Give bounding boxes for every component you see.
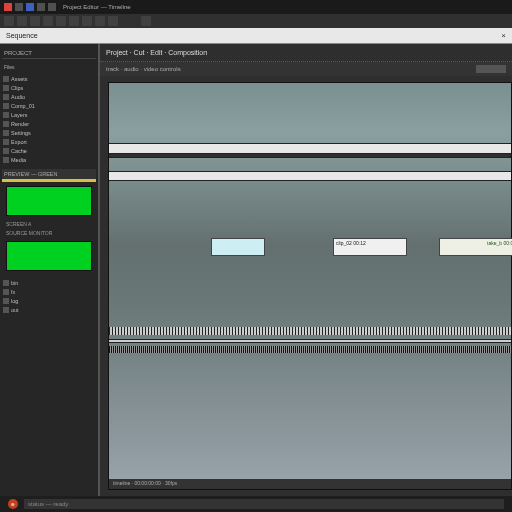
titlebar: Project Editor — Timeline	[0, 0, 512, 14]
timeline-status: timeline · 00:00:00:00 · 30fps	[109, 479, 511, 489]
timeline-clip[interactable]: take_b 00:08	[439, 238, 512, 256]
waveform-track[interactable]	[109, 346, 511, 353]
preview-label: SOURCE MONITOR	[2, 229, 96, 237]
folder-icon	[3, 157, 9, 163]
close-icon[interactable]: ×	[501, 31, 506, 40]
menu-item[interactable]	[95, 16, 105, 26]
folder-icon	[3, 112, 9, 118]
preview-thumbnail[interactable]	[6, 186, 92, 216]
sidebar-item-label: Settings	[11, 130, 31, 136]
clip-label: take_b 00:08	[487, 240, 512, 254]
sidebar-item-label: Clips	[11, 85, 23, 91]
folder-icon	[3, 130, 9, 136]
menu-item[interactable]	[82, 16, 92, 26]
folder-icon	[3, 103, 9, 109]
timeline-clip[interactable]	[211, 238, 265, 256]
menu-item[interactable]	[56, 16, 66, 26]
sidebar-item[interactable]: fx	[2, 288, 96, 296]
sidebar-item[interactable]: Cache	[2, 147, 96, 155]
clip-label: clip_02 00:12	[336, 240, 366, 254]
sidebar-item[interactable]: out	[2, 306, 96, 314]
menu-item[interactable]	[141, 16, 151, 26]
sidebar-item-label: Layers	[11, 112, 28, 118]
preview-panel-header: PREVIEW — GREEN	[2, 169, 96, 182]
sidebar-item-label: Comp_01	[11, 103, 35, 109]
status-field: status — ready	[24, 499, 504, 509]
sidebar-subheader: Files	[2, 62, 96, 72]
sidebar: PROJECT Files Assets Clips Audio Comp_01…	[0, 44, 100, 496]
titlebar-icon	[37, 3, 45, 11]
titlebar-icon	[15, 3, 23, 11]
sidebar-item[interactable]: bin	[2, 279, 96, 287]
preview-thumbnail[interactable]	[6, 241, 92, 271]
menu-item[interactable]	[4, 16, 14, 26]
menu-item[interactable]	[43, 16, 53, 26]
menu-item[interactable]	[108, 16, 118, 26]
secondary-text: track · audio · video controls	[106, 66, 181, 72]
sidebar-item-label: Assets	[11, 76, 28, 82]
sidebar-item[interactable]: Settings	[2, 129, 96, 137]
sidebar-item-label: out	[11, 307, 19, 313]
sidebar-item-label: fx	[11, 289, 15, 295]
sidebar-item-label: Cache	[11, 148, 27, 154]
window-title: Project Editor — Timeline	[63, 4, 131, 10]
sidebar-item[interactable]: Layers	[2, 111, 96, 119]
main-header: Project · Cut · Edit · Composition	[100, 44, 512, 62]
menu-item[interactable]	[17, 16, 27, 26]
tab-active[interactable]: Sequence	[6, 32, 38, 39]
app-logo-icon[interactable]: e	[8, 499, 18, 509]
file-icon	[3, 289, 9, 295]
folder-icon	[3, 139, 9, 145]
app-icon	[4, 3, 12, 11]
main-panel: Project · Cut · Edit · Composition track…	[100, 44, 512, 496]
file-icon	[3, 280, 9, 286]
secondary-bar: track · audio · video controls	[100, 62, 512, 76]
sidebar-item[interactable]: Clips	[2, 84, 96, 92]
file-icon	[3, 298, 9, 304]
folder-icon	[3, 76, 9, 82]
timeline-track[interactable]	[109, 171, 511, 181]
sidebar-item-label: Render	[11, 121, 29, 127]
sidebar-item[interactable]: Audio	[2, 93, 96, 101]
timeline-track[interactable]	[109, 153, 511, 158]
sidebar-item-label: Media	[11, 157, 26, 163]
folder-icon	[3, 94, 9, 100]
footer: e status — ready	[0, 496, 512, 512]
waveform-track[interactable]	[109, 327, 511, 335]
folder-icon	[3, 85, 9, 91]
sidebar-header: PROJECT	[2, 48, 96, 59]
sidebar-item-label: Export	[11, 139, 27, 145]
titlebar-icon	[48, 3, 56, 11]
menu-item[interactable]	[30, 16, 40, 26]
titlebar-icon	[26, 3, 34, 11]
timeline-viewport[interactable]: clip_02 00:12 take_b 00:08 timeline · 00…	[108, 82, 512, 490]
folder-icon	[3, 148, 9, 154]
sidebar-item[interactable]: Render	[2, 120, 96, 128]
slot-control[interactable]	[476, 65, 506, 73]
sidebar-item[interactable]: Assets	[2, 75, 96, 83]
menubar[interactable]	[0, 14, 512, 28]
tabstrip[interactable]: Sequence ×	[0, 28, 512, 44]
sidebar-item[interactable]: Comp_01	[2, 102, 96, 110]
timeline-ruler[interactable]	[109, 339, 511, 343]
sidebar-item-label: log	[11, 298, 18, 304]
sidebar-item[interactable]: Export	[2, 138, 96, 146]
folder-icon	[3, 121, 9, 127]
menu-item[interactable]	[69, 16, 79, 26]
preview-label: SCREEN A	[2, 220, 96, 228]
sidebar-item-label: bin	[11, 280, 18, 286]
file-icon	[3, 307, 9, 313]
timeline-row[interactable]: clip_02 00:12 take_b 00:08	[109, 238, 511, 256]
timeline-clip[interactable]: clip_02 00:12	[333, 238, 407, 256]
sidebar-item-label: Audio	[11, 94, 25, 100]
main-header-text: Project · Cut · Edit · Composition	[106, 49, 207, 56]
sidebar-item[interactable]: Media	[2, 156, 96, 164]
sidebar-item[interactable]: log	[2, 297, 96, 305]
